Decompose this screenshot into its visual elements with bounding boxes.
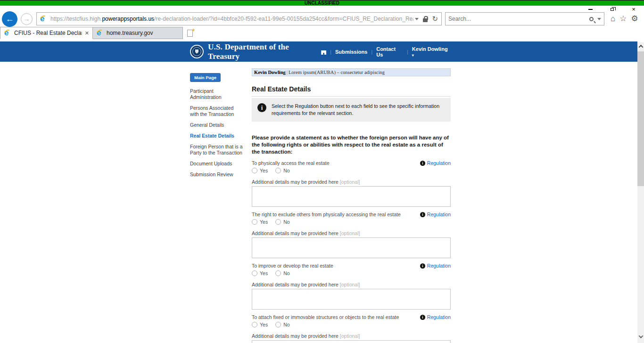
no-radio[interactable]: No <box>275 322 289 327</box>
radio-icon[interactable] <box>275 168 281 173</box>
address-dropdown-icon[interactable] <box>415 18 419 20</box>
no-radio[interactable]: No <box>275 168 289 173</box>
regulation-link[interactable]: i Regulation <box>420 160 451 166</box>
yes-radio[interactable]: Yes <box>252 322 268 327</box>
tab-close-icon[interactable]: ✕ <box>85 30 89 36</box>
info-icon: i <box>420 212 425 217</box>
yes-radio[interactable]: Yes <box>252 270 268 276</box>
question-label: To physically access the real estate <box>252 160 330 166</box>
regulation-link[interactable]: i Regulation <box>420 212 451 217</box>
settings-gear-icon[interactable]: ⚙ <box>631 15 638 23</box>
yes-radio[interactable]: Yes <box>252 219 268 225</box>
optional-details-label: Additional details may be provided here … <box>252 282 451 287</box>
ie-tab-icon <box>96 29 104 37</box>
sidebar-item-general-details[interactable]: General Details <box>190 122 243 128</box>
question-block: To physically access the real estate i R… <box>252 160 451 207</box>
regulation-link[interactable]: i Regulation <box>420 314 451 320</box>
nav-user-menu[interactable]: Kevin Dowling ▾ <box>412 46 451 57</box>
info-icon: i <box>257 103 266 112</box>
additional-details-textarea[interactable] <box>252 340 451 343</box>
url-prefix: https://testcfius.high. <box>50 16 102 22</box>
scrollbar-thumb[interactable] <box>637 51 644 186</box>
additional-details-textarea[interactable] <box>252 186 451 207</box>
radio-icon[interactable] <box>275 219 281 225</box>
refresh-icon[interactable]: ↻ <box>432 16 438 22</box>
optional-details-label: Additional details may be provided here … <box>252 230 451 236</box>
site-title: U.S. Department of the Treasury <box>208 42 321 61</box>
new-tab-icon <box>187 30 193 37</box>
sidebar-item-real-estate-details[interactable]: Real Estate Details <box>190 133 243 139</box>
scroll-down-button[interactable] <box>637 333 644 341</box>
url-path: /re-declaration-loader/?id=4bbfce20-f592… <box>154 16 413 22</box>
search-input[interactable] <box>448 16 589 22</box>
question-label: To attach fixed or immovable structures … <box>252 314 399 320</box>
info-note: Select the Regulation button next to eac… <box>272 103 444 117</box>
optional-details-label: Additional details may be provided here … <box>252 333 451 339</box>
radio-icon[interactable] <box>252 219 257 225</box>
vertical-scrollbar[interactable] <box>637 42 644 343</box>
url-text: https://testcfius.high.powerappsportals.… <box>50 16 413 22</box>
treasury-seal-logo <box>190 45 204 58</box>
radio-icon[interactable] <box>275 322 281 327</box>
regulation-link-text[interactable]: Regulation <box>427 212 451 217</box>
regulation-link-text[interactable]: Regulation <box>427 263 451 269</box>
regulation-link-text[interactable]: Regulation <box>427 160 451 166</box>
sidebar: Main Page Participant Administration Per… <box>190 68 243 343</box>
regulation-link[interactable]: i Regulation <box>420 263 451 269</box>
sidebar-item-submission-review[interactable]: Submission Review <box>190 172 243 178</box>
context-user: Kevin Dowling <box>254 70 286 75</box>
classification-banner: UNCLASSIFIED <box>0 0 644 6</box>
additional-details-textarea[interactable] <box>252 289 451 310</box>
info-icon: i <box>420 315 425 320</box>
home-nav-icon[interactable] <box>321 50 326 55</box>
optional-details-label: Additional details may be provided here … <box>252 179 451 185</box>
main-page-button[interactable]: Main Page <box>190 73 221 82</box>
main-content: Kevin Dowling|Lorem ipsum(ARUBA) – conse… <box>252 68 451 343</box>
radio-icon[interactable] <box>252 270 257 276</box>
context-description: Lorem ipsum(ARUBA) – consectetur adipisc… <box>289 70 385 75</box>
chevron-down-icon: ▾ <box>412 53 414 57</box>
radio-icon[interactable] <box>275 270 281 276</box>
home-browser-icon[interactable]: ⌂ <box>611 15 615 23</box>
tab-cfius-real-estate[interactable]: CFIUS - Real Estate Declarati... ✕ <box>0 27 93 39</box>
site-header: U.S. Department of the Treasury | Submis… <box>0 41 637 62</box>
scroll-up-button[interactable] <box>637 42 644 50</box>
sidebar-item-document-uploads[interactable]: Document Uploads <box>190 161 243 167</box>
radio-icon[interactable] <box>252 322 257 327</box>
radio-icon[interactable] <box>252 168 257 173</box>
new-tab-button[interactable] <box>184 27 196 39</box>
intro-statement: Please provide a statement as to whether… <box>252 134 451 155</box>
ie-page-icon <box>40 15 48 23</box>
sidebar-item-foreign-person[interactable]: Foreign Person that is a Party to the Tr… <box>190 144 243 156</box>
sidebar-item-persons-associated[interactable]: Persons Associated with the Transaction <box>190 105 243 117</box>
address-bar[interactable]: https://testcfius.high.powerappsportals.… <box>36 12 442 25</box>
question-block: To improve or develop the real estate i … <box>252 263 451 310</box>
search-icon[interactable] <box>589 17 594 21</box>
forward-button[interactable]: → <box>21 13 33 25</box>
lock-icon[interactable] <box>423 18 428 22</box>
page-title: Real Estate Details <box>252 85 451 97</box>
sidebar-item-participant-administration[interactable]: Participant Administration <box>190 88 243 100</box>
tab-home-treasury[interactable]: home.treasury.gov <box>93 27 183 39</box>
tab-title: CFIUS - Real Estate Declarati... <box>14 30 82 36</box>
info-box: i Select the Regulation button next to e… <box>252 98 451 122</box>
context-bar: Kevin Dowling|Lorem ipsum(ARUBA) – conse… <box>252 68 451 76</box>
yes-radio[interactable]: Yes <box>252 168 268 173</box>
no-radio[interactable]: No <box>275 270 289 276</box>
additional-details-textarea[interactable] <box>252 237 451 258</box>
question-block: The right to exclude others from physica… <box>252 212 451 258</box>
back-button[interactable]: ← <box>2 11 17 27</box>
question-label: The right to exclude others from physica… <box>252 212 401 217</box>
search-dropdown-icon[interactable] <box>597 18 601 20</box>
no-radio[interactable]: No <box>275 219 289 225</box>
nav-contact-us[interactable]: Contact Us <box>376 46 403 57</box>
nav-submissions[interactable]: Submissions <box>335 49 367 55</box>
ie-tab-icon <box>4 29 12 37</box>
page-viewport: U.S. Department of the Treasury | Submis… <box>0 41 644 343</box>
url-domain: powerappsportals.us <box>102 16 154 22</box>
info-icon: i <box>420 161 425 166</box>
question-label: To improve or develop the real estate <box>252 263 333 269</box>
regulation-link-text[interactable]: Regulation <box>427 314 451 320</box>
favorites-star-icon[interactable]: ☆ <box>619 15 627 23</box>
search-box[interactable] <box>445 12 604 25</box>
